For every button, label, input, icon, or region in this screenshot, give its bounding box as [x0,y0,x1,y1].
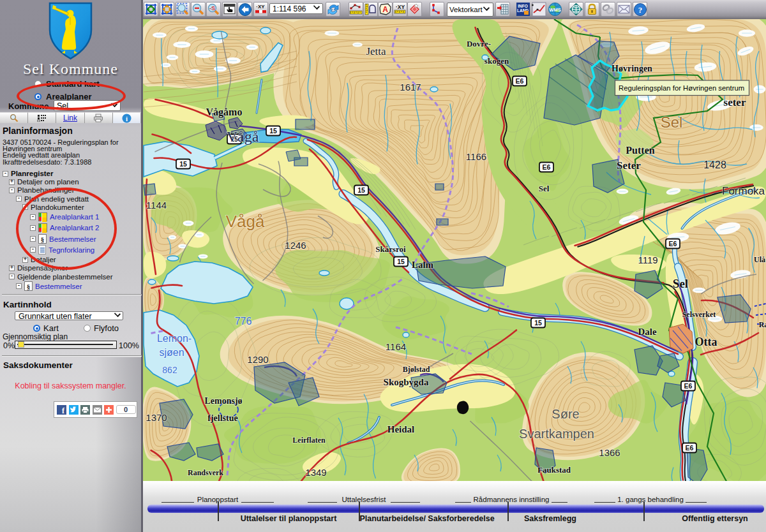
svg-text:Selsverket: Selsverket [682,310,716,319]
svg-text:Putten: Putten [626,145,654,156]
svg-text:·XY: ·XY [256,4,265,10]
svg-text:fjellstue: fjellstue [207,413,237,423]
svg-text:1119: 1119 [638,255,657,265]
svg-text:-S: -S [209,5,215,11]
svg-text:Heidal: Heidal [387,424,415,434]
svg-text:Ulå: Ulå [754,255,765,264]
svg-text:sjøen: sjøen [159,347,184,358]
svg-text:E6: E6 [669,240,677,248]
svg-text:Ra: Ra [759,320,766,329]
svg-text:Vågåmo: Vågåmo [206,107,243,118]
svg-text:WMS: WMS [549,7,560,13]
svg-text:Lemon-: Lemon- [157,333,192,344]
svg-text:Svartkampen: Svartkampen [519,427,594,441]
svg-text:Seter: Seter [617,159,641,172]
svg-text:?: ? [638,5,643,15]
svg-text:Høvringen: Høvringen [612,64,652,73]
svg-text:E6: E6 [686,444,694,452]
svg-text:A: A [382,5,388,14]
svg-text:1428: 1428 [703,159,726,170]
svg-text:Lalm: Lalm [412,260,434,270]
svg-text:Vågå: Vågå [226,212,265,231]
svg-text:i: i [126,114,128,122]
svg-text:15: 15 [397,258,405,265]
svg-text:1349: 1349 [305,467,326,478]
svg-text:Dovre-: Dovre- [467,39,491,48]
svg-text:Reguleringsplan for Høvringen: Reguleringsplan for Høvringen sentrum [619,84,744,92]
svg-text:1166: 1166 [466,151,486,162]
svg-text:·XY: ·XY [396,4,405,10]
svg-text:Sel: Sel [539,184,550,193]
svg-text:Søre: Søre [552,407,579,421]
svg-text:Faukstad: Faukstad [537,465,571,475]
svg-text:Vågå: Vågå [227,128,259,145]
svg-text:776: 776 [235,316,252,327]
svg-text:862: 862 [162,365,177,375]
svg-text:Skogbygda: Skogbygda [384,377,429,387]
svg-text:Lemonsjø: Lemonsjø [204,396,242,406]
svg-text:1366: 1366 [599,447,620,458]
svg-text:Sel: Sel [673,277,688,290]
svg-text:E6: E6 [543,163,551,171]
svg-text:1144: 1144 [146,200,167,211]
svg-text:Leirflaten: Leirflaten [292,436,326,445]
svg-text:1290: 1290 [247,354,268,365]
svg-text:1370: 1370 [146,412,167,423]
svg-text:Otta: Otta [695,336,717,348]
svg-text:Sel: Sel [661,114,683,131]
svg-text:1617: 1617 [400,82,421,92]
svg-text:Randsverk: Randsverk [188,468,223,477]
svg-text:seter: seter [724,96,746,108]
svg-text:INFO: INFO [518,4,528,8]
svg-text:15: 15 [179,160,187,168]
svg-text:E6: E6 [684,382,693,390]
svg-text:1164: 1164 [386,341,406,352]
svg-text:Skårsroi: Skårsroi [375,244,406,254]
svg-text:Formoka: Formoka [722,185,765,197]
svg-text:skogen: skogen [484,56,509,66]
svg-text:Dale: Dale [638,327,657,337]
svg-text:Jetta: Jetta [366,45,386,57]
svg-text:15: 15 [534,319,542,327]
svg-text:Bjølstad: Bjølstad [403,365,430,374]
svg-text:E6: E6 [516,77,524,85]
svg-text:1246: 1246 [285,240,306,251]
svg-text:15: 15 [269,127,277,135]
svg-text:15: 15 [357,186,365,194]
